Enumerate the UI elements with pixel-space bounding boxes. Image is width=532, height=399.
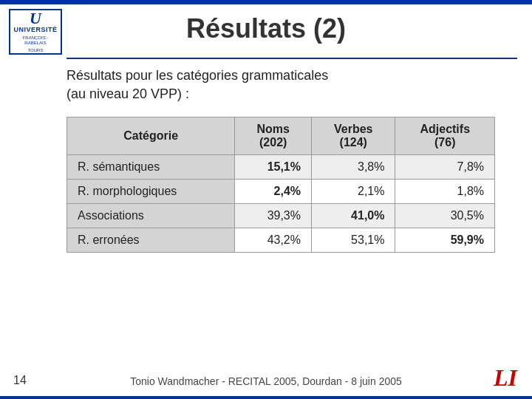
row-label-morphologiques: R. morphologiques: [67, 180, 235, 204]
subtitle: Résultats pour les catégories grammatica…: [66, 66, 517, 103]
cell-morpho-adjectifs: 1,8%: [395, 180, 495, 204]
cell-erronees-verbes: 53,1%: [312, 228, 395, 253]
cell-semantiques-verbes: 3,8%: [312, 155, 395, 180]
table-row: R. erronées 43,2% 53,1% 59,9%: [67, 228, 495, 253]
subtitle-line2: (au niveau 20 VPP) :: [66, 86, 189, 101]
slide: U UNIVERSITÉ FRANÇOIS - RABELAIS TOURS R…: [0, 0, 532, 399]
cell-erronees-adjectifs: 59,9%: [395, 228, 495, 253]
li-logo: LI: [494, 364, 517, 392]
cell-semantiques-adjectifs: 7,8%: [395, 155, 495, 180]
subtitle-line1: Résultats pour les catégories grammatica…: [66, 68, 328, 83]
results-table: Catégorie Noms(202) Verbes(124) Adjectif…: [66, 117, 495, 253]
row-label-associations: Associations: [67, 204, 235, 228]
table-container: Catégorie Noms(202) Verbes(124) Adjectif…: [66, 117, 495, 253]
table-row: R. sémantiques 15,1% 3,8% 7,8%: [67, 155, 495, 180]
cell-erronees-noms: 43,2%: [235, 228, 312, 253]
footer-text: Tonio Wandmacher - RECITAL 2005, Dourdan…: [130, 375, 402, 387]
title-rule: [66, 58, 517, 59]
main-title: Résultats (2): [0, 13, 532, 44]
cell-morpho-verbes: 2,1%: [312, 180, 395, 204]
row-label-semantiques: R. sémantiques: [67, 155, 235, 180]
cell-semantiques-noms: 15,1%: [235, 155, 312, 180]
table-row: R. morphologiques 2,4% 2,1% 1,8%: [67, 180, 495, 204]
col-header-adjectifs: Adjectifs(76): [395, 117, 495, 155]
col-header-noms: Noms(202): [235, 117, 312, 155]
col-header-categorie: Catégorie: [67, 117, 235, 155]
cell-morpho-noms: 2,4%: [235, 180, 312, 204]
col-header-verbes: Verbes(124): [312, 117, 395, 155]
logo-city: TOURS: [28, 48, 44, 53]
footer: Tonio Wandmacher - RECITAL 2005, Dourdan…: [0, 375, 532, 387]
cell-assoc-adjectifs: 30,5%: [395, 204, 495, 228]
top-bar: [0, 0, 532, 4]
cell-assoc-noms: 39,3%: [235, 204, 312, 228]
cell-assoc-verbes: 41,0%: [312, 204, 395, 228]
bottom-bar: [0, 396, 532, 399]
row-label-erronees: R. erronées: [67, 228, 235, 253]
table-row: Associations 39,3% 41,0% 30,5%: [67, 204, 495, 228]
